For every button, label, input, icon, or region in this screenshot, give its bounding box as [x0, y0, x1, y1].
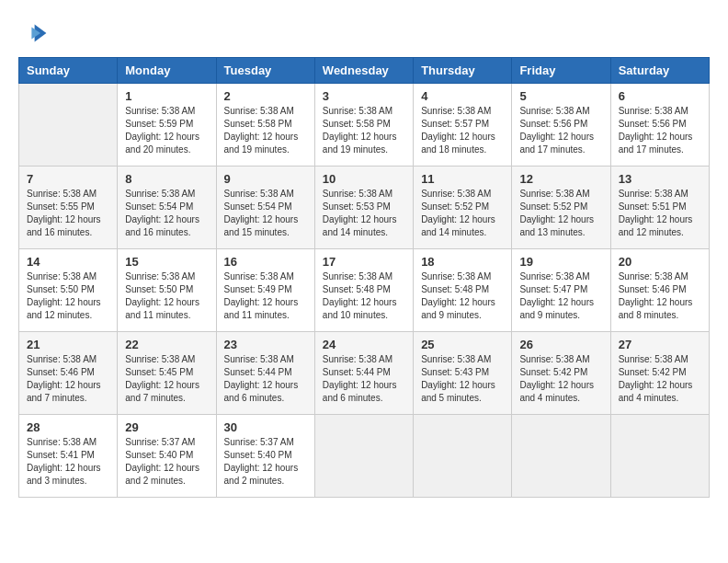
calendar-header-row: SundayMondayTuesdayWednesdayThursdayFrid…	[19, 58, 710, 84]
header-friday: Friday	[512, 58, 610, 84]
day-number: 2	[224, 89, 307, 103]
day-number: 20	[619, 255, 701, 269]
day-info: Sunrise: 5:38 AM Sunset: 5:43 PM Dayligh…	[421, 353, 504, 405]
day-number: 29	[125, 420, 208, 434]
calendar-cell: 22Sunrise: 5:38 AM Sunset: 5:45 PM Dayli…	[118, 332, 216, 415]
day-info: Sunrise: 5:38 AM Sunset: 5:45 PM Dayligh…	[125, 353, 208, 405]
day-number: 4	[421, 89, 504, 103]
day-number: 26	[519, 338, 602, 351]
day-number: 10	[323, 172, 405, 186]
day-info: Sunrise: 5:38 AM Sunset: 5:41 PM Dayligh…	[27, 436, 109, 488]
day-number: 28	[27, 420, 109, 434]
calendar-cell: 5Sunrise: 5:38 AM Sunset: 5:56 PM Daylig…	[512, 84, 610, 167]
day-info: Sunrise: 5:38 AM Sunset: 5:50 PM Dayligh…	[27, 270, 109, 322]
calendar-cell: 18Sunrise: 5:38 AM Sunset: 5:48 PM Dayli…	[414, 249, 512, 332]
day-number: 16	[224, 255, 307, 269]
day-info: Sunrise: 5:38 AM Sunset: 5:47 PM Dayligh…	[519, 270, 602, 322]
calendar-cell: 3Sunrise: 5:38 AM Sunset: 5:58 PM Daylig…	[314, 84, 413, 167]
day-info: Sunrise: 5:37 AM Sunset: 5:40 PM Dayligh…	[224, 436, 307, 488]
calendar-cell	[19, 84, 118, 167]
calendar-cell: 12Sunrise: 5:38 AM Sunset: 5:52 PM Dayli…	[512, 167, 610, 249]
header-tuesday: Tuesday	[216, 58, 314, 84]
day-number: 7	[27, 172, 109, 186]
day-info: Sunrise: 5:38 AM Sunset: 5:54 PM Dayligh…	[125, 188, 208, 239]
day-info: Sunrise: 5:38 AM Sunset: 5:56 PM Dayligh…	[619, 105, 701, 156]
day-info: Sunrise: 5:38 AM Sunset: 5:48 PM Dayligh…	[323, 270, 405, 322]
day-number: 30	[224, 420, 307, 434]
calendar-cell: 29Sunrise: 5:37 AM Sunset: 5:40 PM Dayli…	[118, 415, 216, 498]
day-number: 19	[519, 255, 602, 269]
calendar-cell: 14Sunrise: 5:38 AM Sunset: 5:50 PM Dayli…	[19, 249, 118, 332]
calendar-cell: 25Sunrise: 5:38 AM Sunset: 5:43 PM Dayli…	[414, 332, 512, 415]
header	[18, 18, 710, 48]
day-number: 13	[619, 172, 701, 186]
calendar-week-2: 7Sunrise: 5:38 AM Sunset: 5:55 PM Daylig…	[19, 167, 710, 249]
calendar-cell: 30Sunrise: 5:37 AM Sunset: 5:40 PM Dayli…	[216, 415, 314, 498]
calendar-cell: 9Sunrise: 5:38 AM Sunset: 5:54 PM Daylig…	[216, 167, 314, 249]
calendar-cell: 19Sunrise: 5:38 AM Sunset: 5:47 PM Dayli…	[512, 249, 610, 332]
header-saturday: Saturday	[610, 58, 709, 84]
calendar-cell	[314, 415, 413, 498]
day-info: Sunrise: 5:38 AM Sunset: 5:57 PM Dayligh…	[421, 105, 504, 156]
calendar-cell: 26Sunrise: 5:38 AM Sunset: 5:42 PM Dayli…	[512, 332, 610, 415]
day-info: Sunrise: 5:38 AM Sunset: 5:58 PM Dayligh…	[323, 105, 405, 156]
day-number: 17	[323, 255, 405, 269]
calendar-week-1: 1Sunrise: 5:38 AM Sunset: 5:59 PM Daylig…	[19, 84, 710, 167]
day-number: 1	[125, 89, 208, 103]
day-number: 24	[323, 338, 405, 351]
day-number: 22	[125, 338, 208, 351]
day-number: 9	[224, 172, 307, 186]
calendar-cell: 10Sunrise: 5:38 AM Sunset: 5:53 PM Dayli…	[314, 167, 413, 249]
day-number: 14	[27, 255, 109, 269]
day-number: 12	[519, 172, 602, 186]
calendar-week-3: 14Sunrise: 5:38 AM Sunset: 5:50 PM Dayli…	[19, 249, 710, 332]
day-number: 18	[421, 255, 504, 269]
calendar-table: SundayMondayTuesdayWednesdayThursdayFrid…	[18, 57, 710, 498]
calendar-cell: 11Sunrise: 5:38 AM Sunset: 5:52 PM Dayli…	[414, 167, 512, 249]
day-info: Sunrise: 5:37 AM Sunset: 5:40 PM Dayligh…	[125, 436, 208, 488]
day-info: Sunrise: 5:38 AM Sunset: 5:42 PM Dayligh…	[519, 353, 602, 405]
day-number: 15	[125, 255, 208, 269]
calendar-cell: 1Sunrise: 5:38 AM Sunset: 5:59 PM Daylig…	[118, 84, 216, 167]
calendar-cell	[414, 415, 512, 498]
header-sunday: Sunday	[19, 58, 118, 84]
day-info: Sunrise: 5:38 AM Sunset: 5:49 PM Dayligh…	[224, 270, 307, 322]
day-number: 8	[125, 172, 208, 186]
day-info: Sunrise: 5:38 AM Sunset: 5:59 PM Dayligh…	[125, 105, 208, 156]
day-info: Sunrise: 5:38 AM Sunset: 5:51 PM Dayligh…	[619, 188, 701, 239]
day-info: Sunrise: 5:38 AM Sunset: 5:50 PM Dayligh…	[125, 270, 208, 322]
day-info: Sunrise: 5:38 AM Sunset: 5:52 PM Dayligh…	[421, 188, 504, 239]
day-info: Sunrise: 5:38 AM Sunset: 5:44 PM Dayligh…	[323, 353, 405, 405]
calendar-cell: 15Sunrise: 5:38 AM Sunset: 5:50 PM Dayli…	[118, 249, 216, 332]
calendar-cell: 23Sunrise: 5:38 AM Sunset: 5:44 PM Dayli…	[216, 332, 314, 415]
calendar-cell: 21Sunrise: 5:38 AM Sunset: 5:46 PM Dayli…	[19, 332, 118, 415]
logo-icon	[18, 18, 48, 48]
day-number: 6	[619, 89, 701, 103]
calendar-cell: 17Sunrise: 5:38 AM Sunset: 5:48 PM Dayli…	[314, 249, 413, 332]
day-info: Sunrise: 5:38 AM Sunset: 5:53 PM Dayligh…	[323, 188, 405, 239]
calendar-cell	[610, 415, 709, 498]
calendar-cell: 7Sunrise: 5:38 AM Sunset: 5:55 PM Daylig…	[19, 167, 118, 249]
day-info: Sunrise: 5:38 AM Sunset: 5:46 PM Dayligh…	[27, 353, 109, 405]
day-info: Sunrise: 5:38 AM Sunset: 5:42 PM Dayligh…	[619, 353, 701, 405]
day-info: Sunrise: 5:38 AM Sunset: 5:54 PM Dayligh…	[224, 188, 307, 239]
calendar-cell: 4Sunrise: 5:38 AM Sunset: 5:57 PM Daylig…	[414, 84, 512, 167]
calendar-cell: 20Sunrise: 5:38 AM Sunset: 5:46 PM Dayli…	[610, 249, 709, 332]
day-info: Sunrise: 5:38 AM Sunset: 5:48 PM Dayligh…	[421, 270, 504, 322]
header-monday: Monday	[118, 58, 216, 84]
day-info: Sunrise: 5:38 AM Sunset: 5:52 PM Dayligh…	[519, 188, 602, 239]
calendar-cell: 2Sunrise: 5:38 AM Sunset: 5:58 PM Daylig…	[216, 84, 314, 167]
calendar-cell: 13Sunrise: 5:38 AM Sunset: 5:51 PM Dayli…	[610, 167, 709, 249]
day-number: 5	[519, 89, 602, 103]
header-wednesday: Wednesday	[314, 58, 413, 84]
calendar-week-4: 21Sunrise: 5:38 AM Sunset: 5:46 PM Dayli…	[19, 332, 710, 415]
calendar-cell: 28Sunrise: 5:38 AM Sunset: 5:41 PM Dayli…	[19, 415, 118, 498]
day-number: 3	[323, 89, 405, 103]
header-thursday: Thursday	[414, 58, 512, 84]
calendar-cell: 27Sunrise: 5:38 AM Sunset: 5:42 PM Dayli…	[610, 332, 709, 415]
day-number: 25	[421, 338, 504, 351]
calendar-cell: 24Sunrise: 5:38 AM Sunset: 5:44 PM Dayli…	[314, 332, 413, 415]
calendar-week-5: 28Sunrise: 5:38 AM Sunset: 5:41 PM Dayli…	[19, 415, 710, 498]
logo	[18, 18, 51, 48]
calendar-cell: 8Sunrise: 5:38 AM Sunset: 5:54 PM Daylig…	[118, 167, 216, 249]
